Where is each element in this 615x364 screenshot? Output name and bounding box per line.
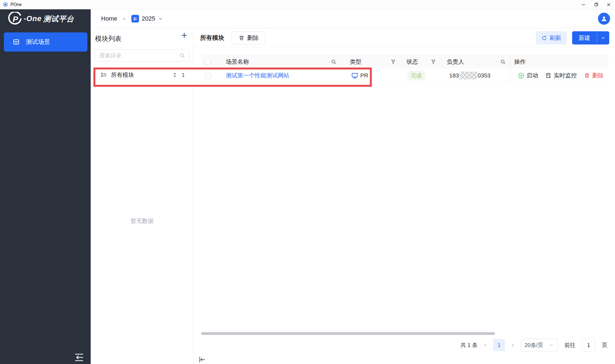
page-unit-label: 页 <box>602 341 607 349</box>
goto-label: 前往 <box>564 341 575 349</box>
user-avatar[interactable] <box>598 13 610 25</box>
panel-collapse-icon[interactable] <box>198 355 206 364</box>
restore-icon <box>594 2 599 7</box>
section-title: 所有模块 <box>200 28 224 47</box>
chevron-down-icon <box>549 343 554 348</box>
create-button[interactable]: 新建 <box>572 31 597 44</box>
add-module-button[interactable]: + <box>181 30 187 40</box>
select-all-checkbox[interactable] <box>205 59 211 65</box>
delete-selected-button[interactable]: 删除 <box>232 31 265 44</box>
empty-data-text: 暂无数据 <box>91 217 193 225</box>
refresh-label: 刷新 <box>550 34 561 42</box>
main-content: 所有模块 删除 刷新 新建 <box>193 28 615 364</box>
fixed-column-divider <box>510 55 510 82</box>
goto-page-input[interactable] <box>582 339 595 351</box>
screen-type-icon <box>351 69 359 82</box>
breadcrumb-separator <box>123 18 125 20</box>
filter-icon[interactable] <box>431 55 436 69</box>
row-actions: 启动 实时监控 <box>518 69 604 82</box>
owner-phone: 183 0353 <box>449 69 491 82</box>
brand-mark-icon: P <box>8 12 22 26</box>
column-header-type: 类型 <box>350 55 361 69</box>
row-checkbox[interactable] <box>205 73 211 78</box>
breadcrumb-home[interactable]: Home <box>101 15 117 22</box>
minimize-icon <box>581 2 586 7</box>
table-header-row: 场景名称 类型 状态 负责人 操作 <box>201 55 608 69</box>
next-page-button[interactable]: › <box>512 342 514 348</box>
page-size-value: 20条/页 <box>525 341 543 349</box>
module-search-box <box>95 49 189 61</box>
sidebar-collapse-icon[interactable] <box>74 352 85 363</box>
trash-icon <box>239 35 245 41</box>
sidebar-item-test-scene[interactable]: 测试场景 <box>4 32 87 52</box>
play-circle-icon <box>518 72 524 79</box>
workspace-name[interactable]: 2025 <box>142 15 155 22</box>
filter-icon[interactable] <box>390 55 396 69</box>
owner-phone-prefix: 183 <box>449 72 459 79</box>
toolbar: 所有模块 删除 刷新 新建 <box>193 28 615 47</box>
app-logo-icon <box>3 2 8 7</box>
chevron-down-icon <box>600 35 606 41</box>
person-icon <box>600 15 608 22</box>
sort-icon[interactable] <box>172 72 178 78</box>
module-item-label: 所有模块 <box>111 71 134 79</box>
trash-icon <box>584 72 590 79</box>
svg-text:P: P <box>13 15 18 24</box>
pagination-total: 共 1 条 <box>461 341 478 349</box>
page-number-button[interactable]: 1 <box>493 339 505 351</box>
start-action-label: 启动 <box>527 72 538 79</box>
module-item-all[interactable]: 所有模块 1 <box>91 65 193 85</box>
horizontal-scrollbar[interactable] <box>201 332 495 335</box>
create-button-group: 新建 <box>572 31 609 44</box>
table-row: 测试第一个性能测试网站 PR 完成 183 0353 <box>201 69 608 82</box>
scene-table: 场景名称 类型 状态 负责人 操作 <box>201 55 608 82</box>
breadcrumb: Home 2025 <box>101 15 163 23</box>
close-button[interactable] <box>602 0 615 9</box>
delete-action-label: 删除 <box>592 72 604 79</box>
window-title: POne <box>10 2 22 7</box>
refresh-icon <box>541 35 547 41</box>
search-icon[interactable] <box>331 55 337 69</box>
status-badge: 完成 <box>408 71 425 80</box>
delete-selected-label: 删除 <box>247 34 259 42</box>
brand-name: -One <box>24 15 42 23</box>
sidebar-item-label: 测试场景 <box>26 38 50 46</box>
module-item-count: 1 <box>182 72 185 78</box>
prev-page-button[interactable]: ‹ <box>484 342 486 348</box>
owner-phone-redacted <box>459 72 477 79</box>
search-icon[interactable] <box>179 52 185 58</box>
close-icon <box>606 2 611 7</box>
scene-name-link[interactable]: 测试第一个性能测试网站 <box>226 69 289 82</box>
module-search-input[interactable] <box>99 52 179 59</box>
scene-type-value: PR <box>360 69 368 82</box>
title-bar: POne <box>0 0 615 9</box>
pagination: 共 1 条 ‹ 1 › 20条/页 前往 页 <box>461 338 607 352</box>
owner-phone-suffix: 0353 <box>478 72 491 79</box>
column-header-owner: 负责人 <box>447 55 464 69</box>
search-icon[interactable] <box>500 55 506 69</box>
monitor-file-icon <box>545 72 552 79</box>
column-header-actions: 操作 <box>514 55 526 69</box>
brand-suffix: 测试平台 <box>43 14 74 24</box>
refresh-button[interactable]: 刷新 <box>536 31 567 44</box>
module-panel: 模块列表 + 所有模块 1 暂无数据 <box>91 28 193 364</box>
page-size-select[interactable]: 20条/页 <box>520 339 558 351</box>
create-dropdown-button[interactable] <box>597 31 609 44</box>
top-header: Home 2025 <box>91 9 615 28</box>
start-action[interactable]: 启动 <box>518 72 538 79</box>
module-panel-title: 模块列表 <box>95 34 121 43</box>
monitor-action[interactable]: 实时监控 <box>545 72 577 79</box>
workspace-icon <box>131 15 139 23</box>
column-header-status: 状态 <box>406 55 418 69</box>
delete-action[interactable]: 删除 <box>584 72 604 79</box>
chevron-down-icon[interactable] <box>158 16 163 21</box>
brand-logo: P -One 测试平台 <box>0 9 91 28</box>
restore-button[interactable] <box>590 0 602 9</box>
minimize-button[interactable] <box>577 0 590 9</box>
sidebar: P -One 测试平台 测试场景 <box>0 9 91 364</box>
monitor-action-label: 实时监控 <box>554 72 577 79</box>
column-header-name: 场景名称 <box>226 55 249 69</box>
app-window: POne P -One 测试平台 <box>0 0 615 364</box>
archive-box-icon <box>13 38 20 46</box>
team-icon <box>133 16 138 21</box>
